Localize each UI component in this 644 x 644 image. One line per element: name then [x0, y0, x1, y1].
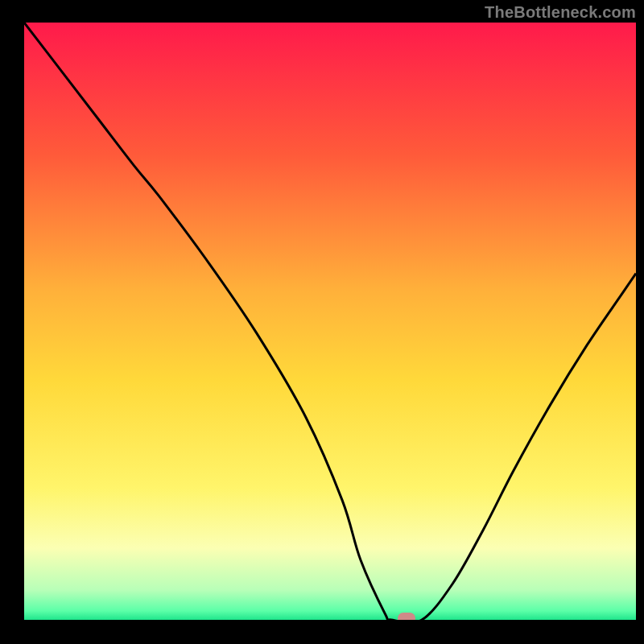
gradient-background [24, 23, 636, 620]
chart-frame: TheBottleneck.com [0, 0, 644, 644]
watermark: TheBottleneck.com [485, 3, 636, 22]
optimum-marker [398, 613, 415, 620]
chart-svg [24, 23, 636, 620]
plot-area [24, 23, 636, 620]
